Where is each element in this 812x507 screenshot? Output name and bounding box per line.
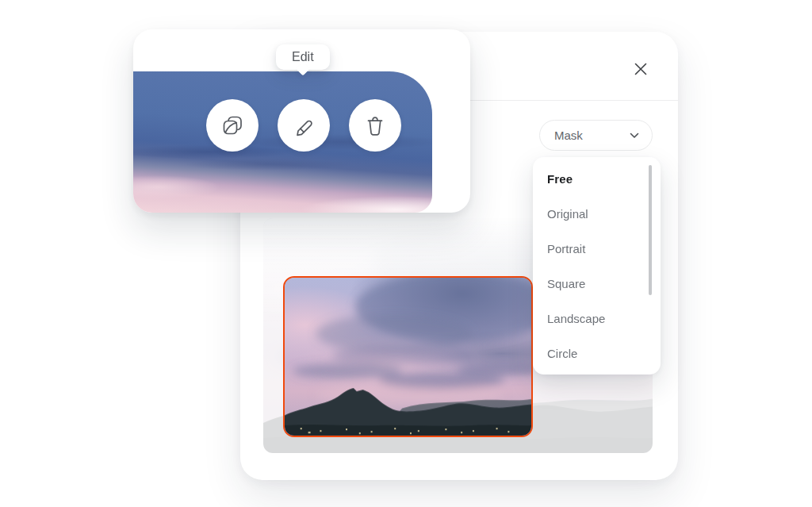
crop-image-preview bbox=[285, 278, 531, 436]
chevron-down-icon bbox=[630, 133, 639, 139]
menu-item-landscape[interactable]: Landscape bbox=[533, 301, 661, 336]
mask-dropdown-button[interactable]: Mask bbox=[539, 120, 653, 151]
replace-image-button[interactable] bbox=[206, 99, 259, 152]
edit-tooltip: Edit bbox=[276, 44, 330, 70]
trash-icon bbox=[362, 113, 388, 138]
mask-options-menu: Free Original Portrait Square Landscape … bbox=[533, 157, 661, 374]
menu-item-square[interactable]: Square bbox=[533, 266, 661, 301]
menu-scrollbar-thumb[interactable] bbox=[649, 165, 652, 295]
edit-image-button[interactable] bbox=[278, 99, 330, 152]
pencil-icon bbox=[291, 113, 316, 138]
page: Mask bbox=[0, 0, 812, 507]
close-button[interactable] bbox=[626, 55, 655, 83]
menu-item-circle[interactable]: Circle bbox=[533, 336, 661, 371]
replace-image-icon bbox=[220, 113, 245, 138]
mask-dropdown-label: Mask bbox=[554, 129, 630, 142]
delete-image-button[interactable] bbox=[349, 99, 401, 152]
mountain-scene-graphic bbox=[285, 278, 531, 436]
close-icon bbox=[634, 63, 647, 75]
menu-item-original[interactable]: Original bbox=[533, 196, 661, 231]
image-block-card: Edit bbox=[133, 29, 470, 213]
menu-item-free[interactable]: Free bbox=[533, 161, 661, 196]
mask-crop-region[interactable] bbox=[283, 276, 533, 437]
menu-item-portrait[interactable]: Portrait bbox=[533, 231, 661, 266]
